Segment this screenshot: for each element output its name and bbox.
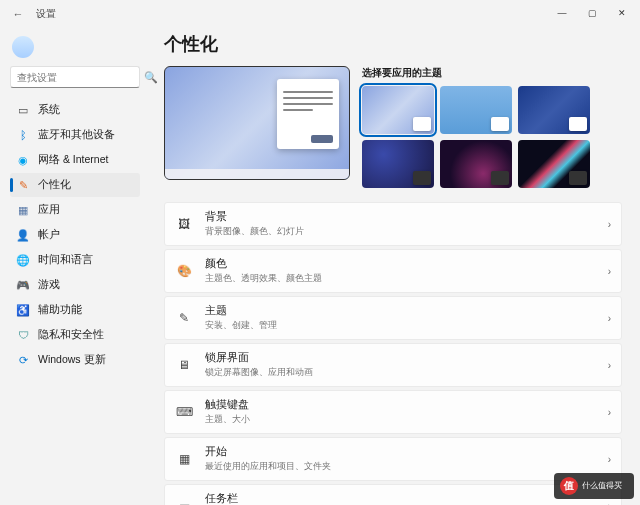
time-icon: 🌐 [16,253,30,267]
themes-label: 选择要应用的主题 [362,66,622,80]
sidebar-item-label: 帐户 [38,228,60,242]
watermark: 值 什么值得买 [554,473,634,499]
sidebar-item-label: 网络 & Internet [38,153,108,167]
apps-icon: ▦ [16,203,30,217]
theme-preview [164,66,350,180]
sidebar-item-6[interactable]: 🌐时间和语言 [10,248,140,272]
card-subtitle: 安装、创建、管理 [205,319,608,332]
accessibility-icon: ♿ [16,303,30,317]
gaming-icon: 🎮 [16,278,30,292]
user-row[interactable] [10,34,140,60]
sidebar-item-10[interactable]: ⟳Windows 更新 [10,348,140,372]
sidebar-item-8[interactable]: ♿辅助功能 [10,298,140,322]
theme-thumb-2[interactable] [440,86,512,134]
sidebar-item-2[interactable]: ◉网络 & Internet [10,148,140,172]
sidebar-item-7[interactable]: 🎮游戏 [10,273,140,297]
card-subtitle: 锁定屏幕图像、应用和动画 [205,366,608,379]
card-title: 任务栏 [205,492,608,505]
sidebar-item-3[interactable]: ✎个性化 [10,173,140,197]
sidebar-item-label: 隐私和安全性 [38,328,104,342]
card-subtitle: 主题色、透明效果、颜色主题 [205,272,608,285]
card-icon: ▦ [175,450,193,468]
nav-list: ▭系统ᛒ蓝牙和其他设备◉网络 & Internet✎个性化▦应用👤帐户🌐时间和语… [10,98,140,372]
page-title: 个性化 [164,32,622,56]
card-title: 主题 [205,304,608,318]
card-icon: 🖥 [175,356,193,374]
chevron-right-icon: › [608,313,611,324]
search-box[interactable]: 🔍 [10,66,140,88]
card-icon: 🖼 [175,215,193,233]
chevron-right-icon: › [608,219,611,230]
chevron-right-icon: › [608,407,611,418]
account-icon: 👤 [16,228,30,242]
main-content: 个性化 选择要应用的主题 🖼背景背景图像、颜色、幻灯片›🎨颜色主题色、 [150,28,640,505]
watermark-text: 什么值得买 [582,482,622,491]
system-icon: ▭ [16,103,30,117]
card-3[interactable]: 🖥锁屏界面锁定屏幕图像、应用和动画› [164,343,622,387]
card-subtitle: 主题、大小 [205,413,608,426]
wifi-icon: ◉ [16,153,30,167]
theme-thumb-6[interactable] [518,140,590,188]
window-title: 设置 [36,7,56,21]
watermark-badge: 值 [560,477,578,495]
sidebar-item-0[interactable]: ▭系统 [10,98,140,122]
bluetooth-icon: ᛒ [16,128,30,142]
sidebar-item-label: Windows 更新 [38,353,106,367]
search-input[interactable] [17,72,144,83]
theme-thumb-1[interactable] [362,86,434,134]
card-subtitle: 背景图像、颜色、幻灯片 [205,225,608,238]
card-subtitle: 最近使用的应用和项目、文件夹 [205,460,608,473]
close-button[interactable]: ✕ [608,4,636,22]
avatar [12,36,34,58]
titlebar: ← 设置 [0,0,640,28]
chevron-right-icon: › [608,501,611,506]
sidebar-item-label: 应用 [38,203,60,217]
sidebar-item-label: 游戏 [38,278,60,292]
card-title: 颜色 [205,257,608,271]
card-title: 背景 [205,210,608,224]
card-1[interactable]: 🎨颜色主题色、透明效果、颜色主题› [164,249,622,293]
card-5[interactable]: ▦开始最近使用的应用和项目、文件夹› [164,437,622,481]
theme-thumb-5[interactable] [440,140,512,188]
card-icon: ▭ [175,497,193,505]
card-title: 触摸键盘 [205,398,608,412]
window-controls: — ▢ ✕ [548,4,636,22]
card-4[interactable]: ⌨触摸键盘主题、大小› [164,390,622,434]
theme-thumb-3[interactable] [518,86,590,134]
sidebar-item-label: 时间和语言 [38,253,93,267]
card-icon: 🎨 [175,262,193,280]
back-button[interactable]: ← [8,8,28,20]
theme-grid [362,86,622,188]
card-2[interactable]: ✎主题安装、创建、管理› [164,296,622,340]
minimize-button[interactable]: — [548,4,576,22]
card-title: 开始 [205,445,608,459]
theme-thumb-4[interactable] [362,140,434,188]
chevron-right-icon: › [608,454,611,465]
sidebar-item-label: 辅助功能 [38,303,82,317]
sidebar-item-1[interactable]: ᛒ蓝牙和其他设备 [10,123,140,147]
card-0[interactable]: 🖼背景背景图像、颜色、幻灯片› [164,202,622,246]
privacy-icon: 🛡 [16,328,30,342]
chevron-right-icon: › [608,360,611,371]
sidebar-item-label: 系统 [38,103,60,117]
sidebar-item-label: 蓝牙和其他设备 [38,128,115,142]
sidebar-item-label: 个性化 [38,178,71,192]
card-icon: ⌨ [175,403,193,421]
sidebar-item-5[interactable]: 👤帐户 [10,223,140,247]
update-icon: ⟳ [16,353,30,367]
sidebar-item-9[interactable]: 🛡隐私和安全性 [10,323,140,347]
card-title: 锁屏界面 [205,351,608,365]
chevron-right-icon: › [608,266,611,277]
card-icon: ✎ [175,309,193,327]
settings-cards: 🖼背景背景图像、颜色、幻灯片›🎨颜色主题色、透明效果、颜色主题›✎主题安装、创建… [164,202,622,505]
sidebar-item-4[interactable]: ▦应用 [10,198,140,222]
personalize-icon: ✎ [16,178,30,192]
sidebar: 🔍 ▭系统ᛒ蓝牙和其他设备◉网络 & Internet✎个性化▦应用👤帐户🌐时间… [0,28,150,505]
maximize-button[interactable]: ▢ [578,4,606,22]
